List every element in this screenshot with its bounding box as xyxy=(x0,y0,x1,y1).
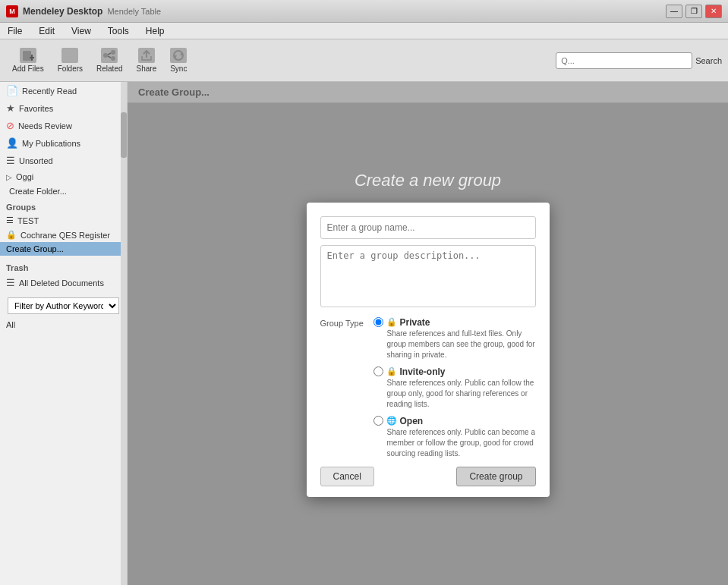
radio-row-invite-only: 🔒 Invite-only xyxy=(373,366,536,377)
dialog-actions: Cancel Create group xyxy=(320,467,536,486)
toolbar: Add Files Folders Related Share xyxy=(0,39,728,82)
app-title: Mendeley Desktop xyxy=(23,6,102,17)
main-layout: 📄 Recently Read ★ Favorites ⊘ Needs Revi… xyxy=(0,82,728,585)
related-button[interactable]: Related xyxy=(90,45,128,76)
close-button[interactable]: ✕ xyxy=(705,5,722,18)
sidebar-label-needs-review: Needs Review xyxy=(18,121,72,131)
sidebar-label-cochrane: Cochrane QES Register xyxy=(20,231,110,240)
dialog-box: Group Type 🔒 Private Share references an… xyxy=(307,203,550,497)
app-subtitle: Mendely Table xyxy=(107,7,161,16)
group-name-input[interactable] xyxy=(320,216,536,239)
window-controls: — ❐ ✕ xyxy=(666,5,722,18)
filter-container: Filter by Author Keywords xyxy=(0,291,127,319)
svg-point-5 xyxy=(111,56,115,61)
group-description-input[interactable] xyxy=(320,245,536,307)
toolbar-buttons: Add Files Folders Related Share xyxy=(6,45,193,76)
open-description: Share references only. Public can become… xyxy=(373,427,536,459)
needs-review-icon: ⊘ xyxy=(6,120,14,131)
sync-label: Sync xyxy=(170,64,187,73)
radio-option-invite-only: 🔒 Invite-only Share references only. Pub… xyxy=(373,366,536,410)
radio-option-open: 🌐 Open Share references only. Public can… xyxy=(373,416,536,459)
cancel-button[interactable]: Cancel xyxy=(320,467,374,486)
sync-icon xyxy=(170,48,187,63)
sidebar: 📄 Recently Read ★ Favorites ⊘ Needs Revi… xyxy=(0,82,128,585)
my-publications-icon: 👤 xyxy=(6,137,18,149)
share-icon xyxy=(138,48,155,63)
add-files-icon xyxy=(20,48,36,63)
minimize-button[interactable]: — xyxy=(666,5,682,18)
sidebar-label-oggi: Oggi xyxy=(16,172,33,181)
open-label: Open xyxy=(400,416,424,426)
private-description: Share references and full-text files. On… xyxy=(373,329,536,360)
sidebar-label-favorites: Favorites xyxy=(19,104,53,113)
radio-open[interactable] xyxy=(373,416,383,426)
sidebar-wrapper: 📄 Recently Read ★ Favorites ⊘ Needs Revi… xyxy=(0,82,128,585)
search-input[interactable] xyxy=(556,52,692,69)
titlebar: M Mendeley Desktop Mendely Table — ❐ ✕ xyxy=(0,0,728,23)
sidebar-item-recently-read[interactable]: 📄 Recently Read xyxy=(0,82,127,99)
all-deleted-icon: ☰ xyxy=(6,277,15,288)
test-icon: ☰ xyxy=(6,215,14,225)
search-button[interactable]: Search xyxy=(695,56,722,65)
create-group-button[interactable]: Create group xyxy=(456,467,535,486)
svg-point-3 xyxy=(103,53,108,58)
sidebar-scrollbar-thumb[interactable] xyxy=(121,112,127,158)
dialog-title: Create a new group xyxy=(355,171,501,190)
filter-value: All xyxy=(0,319,127,331)
sync-button[interactable]: Sync xyxy=(164,45,193,76)
trash-section-label: Trash xyxy=(0,259,127,274)
favorites-icon: ★ xyxy=(6,102,15,114)
add-files-button[interactable]: Add Files xyxy=(6,45,50,76)
sidebar-item-create-group[interactable]: Create Group... xyxy=(0,242,127,256)
svg-line-6 xyxy=(108,53,111,55)
menubar: File Edit View Tools Help xyxy=(0,23,728,39)
sidebar-item-all-deleted[interactable]: ☰ All Deleted Documents xyxy=(0,274,127,291)
sidebar-item-my-publications[interactable]: 👤 My Publications xyxy=(0,134,127,152)
titlebar-left: M Mendeley Desktop Mendely Table xyxy=(6,5,161,17)
related-icon xyxy=(101,48,118,63)
sidebar-label-test: TEST xyxy=(17,216,39,225)
oggi-icon: ▷ xyxy=(6,173,12,181)
sidebar-label-my-publications: My Publications xyxy=(22,139,80,148)
private-icon: 🔒 xyxy=(386,317,397,327)
menu-help[interactable]: Help xyxy=(143,24,168,38)
related-label: Related xyxy=(96,64,122,73)
sidebar-label-all-deleted: All Deleted Documents xyxy=(19,278,104,288)
folders-button[interactable]: Folders xyxy=(52,45,89,76)
app-logo: M xyxy=(6,5,18,17)
share-label: Share xyxy=(137,64,157,73)
sidebar-item-test[interactable]: ☰ TEST xyxy=(0,213,127,228)
groups-section-label: Groups xyxy=(0,198,127,213)
group-type-label: Group Type xyxy=(320,317,367,328)
sidebar-item-needs-review[interactable]: ⊘ Needs Review xyxy=(0,117,127,134)
filter-dropdown[interactable]: Filter by Author Keywords xyxy=(8,297,119,314)
folders-icon xyxy=(61,48,78,63)
group-type-row: Group Type 🔒 Private Share references an… xyxy=(320,317,536,459)
share-button[interactable]: Share xyxy=(131,45,163,76)
group-type-options: 🔒 Private Share references and full-text… xyxy=(373,317,536,459)
create-folder-btn[interactable]: Create Folder... xyxy=(0,184,127,198)
radio-option-private: 🔒 Private Share references and full-text… xyxy=(373,317,536,360)
menu-edit[interactable]: Edit xyxy=(36,24,58,38)
svg-line-7 xyxy=(108,56,111,58)
menu-view[interactable]: View xyxy=(68,24,94,38)
sidebar-label-recently-read: Recently Read xyxy=(22,86,77,96)
radio-invite-only[interactable] xyxy=(373,366,383,376)
logo-icon: M xyxy=(9,8,15,15)
sidebar-scrollbar[interactable] xyxy=(121,82,127,585)
sidebar-item-unsorted[interactable]: ☰ Unsorted xyxy=(0,152,127,169)
dialog-overlay: Create a new group Group Type 🔒 xyxy=(128,82,728,585)
create-group-label: Create Group... xyxy=(6,244,64,253)
restore-button[interactable]: ❐ xyxy=(685,5,702,18)
invite-only-label: Invite-only xyxy=(400,366,446,377)
sidebar-item-oggi[interactable]: ▷ Oggi xyxy=(0,169,127,184)
svg-rect-0 xyxy=(23,51,31,61)
menu-file[interactable]: File xyxy=(5,24,25,38)
content-area: Create Group... Create a new group Group… xyxy=(128,82,728,585)
radio-private[interactable] xyxy=(373,317,383,327)
menu-tools[interactable]: Tools xyxy=(105,24,132,38)
cochrane-icon: 🔒 xyxy=(6,230,17,240)
sidebar-item-favorites[interactable]: ★ Favorites xyxy=(0,99,127,117)
sidebar-item-cochrane[interactable]: 🔒 Cochrane QES Register xyxy=(0,228,127,242)
unsorted-icon: ☰ xyxy=(6,155,15,166)
